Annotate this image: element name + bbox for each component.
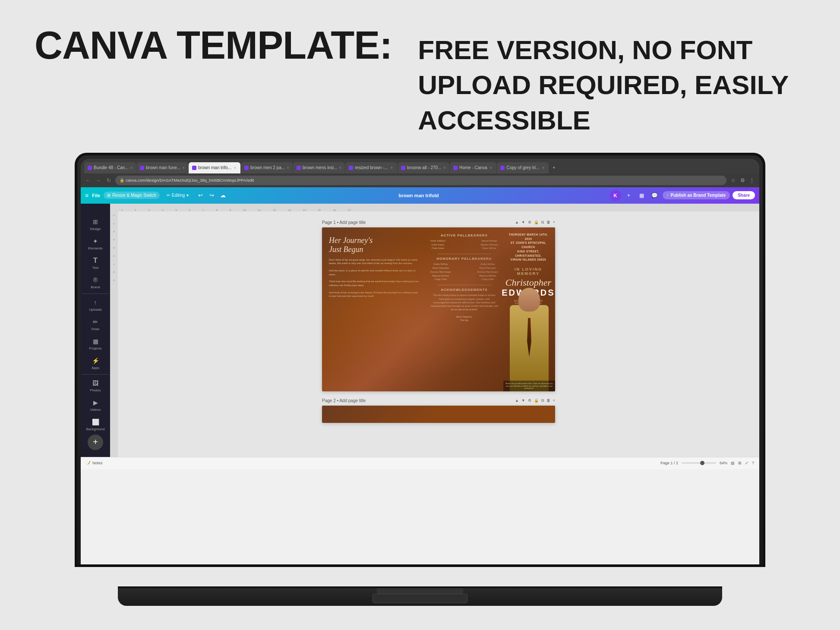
tab-close-3[interactable]: ×	[233, 166, 237, 170]
help-icon[interactable]: ?	[752, 461, 754, 465]
sidebar-item-draw[interactable]: ✏ Draw	[82, 315, 108, 334]
page-2-delete-icon[interactable]: 🗑	[546, 398, 550, 403]
acknowledgements-text: The Ites Family wants to express heartfe…	[430, 293, 498, 322]
sidebar-item-projects[interactable]: ▦ Projects	[82, 334, 108, 353]
honorary-names: Andre McRaeFloyd HamsdenDuncan MacGregor…	[430, 262, 498, 281]
undo-button[interactable]: ↩	[196, 191, 205, 200]
browser-tab-2[interactable]: brown man fune... ×	[136, 162, 188, 173]
browser-tab-3[interactable]: brown man trifo... ×	[189, 162, 240, 173]
page-2-add-icon[interactable]: +	[553, 398, 555, 403]
laptop-base	[118, 586, 722, 606]
page-copy-icon[interactable]: ⧉	[541, 220, 544, 225]
page-settings-icon[interactable]: ⚙	[528, 220, 531, 224]
page-2-settings-icon[interactable]: ⚙	[528, 398, 531, 403]
canvas-page-1[interactable]: Her Journey'sJust Begun Don't think of h…	[322, 227, 555, 391]
tab-close-4[interactable]: ×	[287, 166, 289, 170]
sidebar-item-apps[interactable]: ⚡ Apps	[82, 354, 108, 372]
tab-close-9[interactable]: ×	[541, 166, 546, 170]
canva-menu-button[interactable]: ≡	[85, 192, 88, 199]
comment-button[interactable]: 💬	[650, 190, 660, 201]
layout-view-icon[interactable]: ⊞	[738, 461, 742, 465]
tab-close-2[interactable]: ×	[182, 166, 185, 170]
star-icon[interactable]: ☆	[729, 176, 737, 184]
page-2-down-icon[interactable]: ▼	[521, 398, 525, 403]
tab-close-7[interactable]: ×	[443, 166, 446, 170]
browser-tab-7[interactable]: broonw all - 270... ×	[398, 162, 449, 173]
acknowledgements-title: ACKNOWLEDGEMENTS	[430, 288, 498, 292]
ruler-corner	[81, 204, 110, 211]
sidebar-item-design[interactable]: ⊞ Design	[82, 215, 108, 233]
menu-icon[interactable]: ⋮	[748, 176, 756, 184]
user-avatar[interactable]: K	[610, 190, 621, 201]
active-pallbearers-section: ACTIVE PALLBEARERS Omar AddisonUriah Ara…	[430, 233, 498, 250]
text-icon: T	[91, 256, 100, 265]
canva-file-button[interactable]: File	[92, 193, 100, 198]
address-bar[interactable]: 🔒 canva.com/design/DAGATMezXuEj/Jso_38q_…	[115, 176, 726, 185]
tab-close-5[interactable]: ×	[339, 166, 341, 170]
redo-button[interactable]: ↪	[207, 191, 216, 200]
person-head	[518, 288, 540, 312]
tab-close-6[interactable]: ×	[390, 166, 394, 170]
chart-button[interactable]: ▦	[637, 190, 647, 201]
person-photo-area: "Before me you will last alone there. Th…	[503, 279, 555, 391]
program-script-title: Her Journey'sJust Begun	[329, 236, 420, 255]
notes-button[interactable]: 📝 Notes	[86, 461, 103, 465]
uploads-icon: ↑	[91, 298, 100, 307]
zoom-handle[interactable]	[700, 461, 704, 465]
forward-button[interactable]: →	[95, 176, 102, 184]
elements-icon: ✦	[91, 237, 100, 246]
apps-label: Apps	[92, 366, 99, 370]
page-down-icon[interactable]: ▼	[521, 220, 525, 224]
browser-tab-1[interactable]: Bundle 48 - Can... ×	[84, 162, 136, 173]
cloud-save-button[interactable]: ☁	[218, 191, 227, 200]
fullscreen-icon[interactable]: ⤢	[745, 461, 748, 465]
memorial-quote-text: "Before me you will last alone there. Th…	[505, 382, 553, 390]
page-add-icon[interactable]: +	[553, 220, 555, 224]
add-page-button[interactable]: +	[88, 435, 103, 450]
browser-tab-8[interactable]: Home - Canva ×	[450, 162, 496, 173]
zoom-slider[interactable]	[682, 462, 716, 464]
grid-view-icon[interactable]: ▤	[731, 461, 735, 465]
back-button[interactable]: ←	[84, 176, 92, 184]
tab-close-1[interactable]: ×	[130, 166, 133, 170]
sidebar-item-brand[interactable]: ® Brand	[82, 273, 108, 292]
canva-title-text: CANVA TEMPLATE:	[35, 26, 392, 65]
browser-tab-6[interactable]: resized brown -... ×	[345, 162, 397, 173]
refresh-button[interactable]: ↻	[105, 176, 113, 184]
sidebar-item-elements[interactable]: ✦ Elements	[82, 234, 108, 253]
extension-icon[interactable]: ⚙	[739, 176, 746, 184]
active-pallbearers-title: ACTIVE PALLBEARERS	[430, 233, 498, 237]
browser-actions: ☆ ⚙ ⋮	[729, 176, 756, 184]
publish-button[interactable]: ↑ Publish as Brand Template	[663, 191, 730, 199]
page-lock-icon[interactable]: 🔒	[534, 220, 539, 224]
laptop-body: Bundle 48 - Can... × brown man fune... ×	[75, 153, 765, 606]
add-collaborator-button[interactable]: +	[624, 190, 634, 201]
sidebar-item-photos[interactable]: 🖼 Photos	[82, 376, 108, 395]
page-2-up-icon[interactable]: ▲	[515, 398, 519, 403]
resize-label: Resize & Magic Switch	[112, 193, 156, 198]
sidebar-item-videos[interactable]: ▶ Videos	[82, 396, 108, 414]
page-2-copy-icon[interactable]: ⧉	[541, 398, 544, 403]
program-design: Her Journey'sJust Begun Don't think of h…	[322, 227, 555, 391]
page-up-icon[interactable]: ▲	[515, 220, 519, 224]
canva-editing-button[interactable]: ✏ Editing ▾	[163, 192, 193, 199]
sidebar-item-background[interactable]: ⬜ Background	[82, 415, 108, 434]
canva-resize-button[interactable]: ⊞ Resize & Magic Switch	[104, 192, 160, 199]
browser-tab-4[interactable]: brown men 2 pa... ×	[241, 162, 293, 173]
browser-tab-9[interactable]: Copy of grey tri... ×	[497, 162, 549, 173]
tab-close-8[interactable]: ×	[489, 166, 493, 170]
canvas-page-2[interactable]	[322, 406, 555, 423]
canva-sidebar: ⊞ Design ✦ Elements T Te	[81, 211, 110, 457]
page-2-lock-icon[interactable]: 🔒	[534, 398, 539, 403]
tab-label-3: brown man trifo...	[198, 165, 231, 170]
new-tab-button[interactable]: +	[549, 162, 559, 173]
sidebar-item-uploads[interactable]: ↑ Uploads	[82, 296, 108, 314]
sidebar-item-text[interactable]: T Text	[82, 254, 108, 272]
tab-label-2: brown man fune...	[146, 165, 180, 170]
page-delete-icon[interactable]: 🗑	[546, 220, 550, 224]
browser-tab-5[interactable]: brown mens insi... ×	[293, 162, 345, 173]
lock-icon: 🔒	[120, 178, 124, 183]
section-divider-1	[437, 254, 491, 254]
canvas-area[interactable]: Page 1 • Add page title ▲ ▼ ⚙ 🔒 ⧉	[118, 211, 759, 457]
share-button[interactable]: Share	[733, 191, 755, 199]
